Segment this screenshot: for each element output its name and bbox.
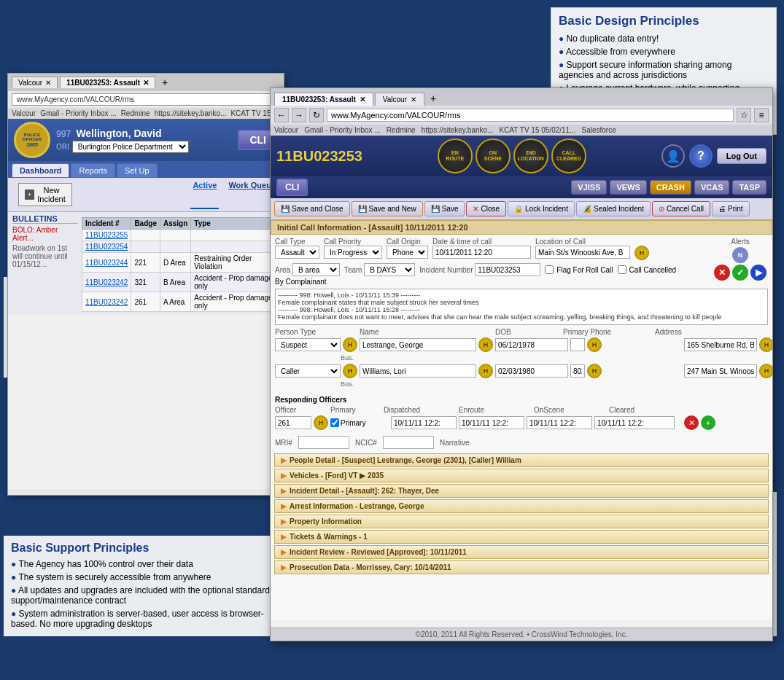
back-tab-incident-close-icon[interactable]: ✕: [143, 79, 149, 87]
person2-name-input[interactable]: [360, 364, 476, 378]
officer-delete-button[interactable]: ✕: [684, 415, 699, 430]
back-tab-close-icon[interactable]: ✕: [45, 79, 51, 87]
person2-type-select[interactable]: Caller: [275, 364, 341, 378]
back-nav-dashboard[interactable]: Dashboard: [12, 163, 69, 178]
lock-incident-button[interactable]: 🔒 Lock Incident: [508, 201, 575, 216]
table-row[interactable]: 11BU023242 261 A Area Accident - Prop da…: [82, 292, 279, 312]
incident-num-field[interactable]: [475, 263, 540, 276]
back-new-incident-button[interactable]: + NewIncident: [18, 183, 72, 206]
front-new-tab-button[interactable]: +: [426, 91, 440, 106]
front-bm-valcour[interactable]: Valcour: [274, 126, 298, 134]
officer-add-button[interactable]: +: [701, 415, 715, 430]
person1-name-h-button[interactable]: H: [478, 337, 493, 352]
person1-phone-input[interactable]: [570, 338, 585, 351]
team-select[interactable]: B DAYS: [364, 263, 415, 276]
vcas-button[interactable]: VCAS: [694, 180, 730, 195]
en-route-button[interactable]: ENROUTE: [438, 138, 473, 173]
close-button[interactable]: ✕ Close: [466, 201, 506, 216]
back-nav-button[interactable]: ←: [274, 108, 289, 122]
officer-cleared-input[interactable]: [594, 416, 675, 429]
bm-redmine-back[interactable]: Redmine: [121, 109, 150, 117]
alert-red-button[interactable]: ✕: [714, 265, 730, 281]
collapsible-header-3[interactable]: ▶ Arrest Information - Lestrange, George: [275, 500, 768, 512]
help-button[interactable]: ?: [689, 144, 713, 168]
person1-phone-h-button[interactable]: H: [587, 337, 602, 352]
table-row[interactable]: 11BU023244 221 D Area Restraining Order …: [82, 253, 279, 273]
collapsible-header-7[interactable]: ▶ Prosecution Data - Morrissey, Cary: 10…: [275, 561, 768, 574]
back-nav-reports[interactable]: Reports: [71, 163, 115, 178]
call-origin-select[interactable]: Phone: [387, 246, 428, 259]
alert-blue-button[interactable]: ▶: [750, 265, 766, 281]
person1-type-select[interactable]: Suspect: [275, 338, 341, 351]
vjiss-button[interactable]: VJISS: [571, 180, 607, 195]
2nd-location-button[interactable]: 2NDLOCATION: [513, 138, 548, 173]
officer-enroute-input[interactable]: [459, 416, 524, 429]
person1-address-h-button[interactable]: H: [759, 337, 772, 352]
on-scene-button[interactable]: ONSCENE: [476, 138, 511, 173]
table-row[interactable]: 11BU023242 321 B Area Accident - Prop da…: [82, 273, 279, 292]
sealed-incident-button[interactable]: 🔏 Sealed Incident: [576, 201, 651, 216]
table-row[interactable]: 11BU023255: [82, 230, 279, 241]
person2-name-h-button[interactable]: H: [478, 364, 493, 378]
table-row[interactable]: 11BU023254: [82, 241, 279, 253]
bm-gmail-back[interactable]: Gmail - Priority Inbox ...: [40, 109, 116, 117]
bm-valcour-back[interactable]: Valcour: [12, 109, 36, 117]
back-nav-setup[interactable]: Set Up: [117, 163, 158, 178]
officer-h-button[interactable]: H: [314, 415, 328, 430]
person1-address-input[interactable]: [684, 338, 757, 351]
front-tab-incident-close[interactable]: ✕: [360, 95, 365, 103]
cancel-call-button[interactable]: ⊘ Cancel Call: [652, 201, 710, 216]
forward-nav-button[interactable]: →: [292, 108, 306, 122]
save-button[interactable]: 💾 Save: [424, 201, 465, 216]
save-new-button[interactable]: 💾 Save and New: [352, 201, 423, 216]
mri-input[interactable]: [298, 436, 349, 449]
person2-phone-h-button[interactable]: H: [587, 364, 602, 378]
front-bm-gmail[interactable]: Gmail - Priority Inbox ...: [304, 126, 380, 134]
alert-green-button[interactable]: ✓: [732, 265, 748, 281]
person2-address-input[interactable]: [684, 364, 757, 378]
vews-button[interactable]: VEWS: [610, 180, 646, 195]
back-tab-valcour[interactable]: Valcour ✕: [12, 77, 58, 88]
location-h-button[interactable]: H: [634, 246, 649, 260]
person1-h-button[interactable]: H: [343, 337, 357, 352]
person2-phone-input[interactable]: [570, 364, 585, 378]
front-bm-redmine[interactable]: Redmine: [387, 126, 416, 134]
back-tab-incident[interactable]: 11BU023253: Assault ✕: [60, 77, 155, 88]
person2-address-h-button[interactable]: H: [759, 364, 772, 378]
officer-num-input[interactable]: [275, 416, 311, 429]
back-address-bar[interactable]: www.MyAgency.com/VALCOUR/rms: [12, 93, 280, 106]
call-cleared-button[interactable]: CALLCLEARED: [551, 138, 586, 173]
front-bm-salesforce[interactable]: Salesforce: [582, 126, 616, 134]
new-tab-button[interactable]: +: [158, 75, 172, 90]
crash-button[interactable]: CRASH: [650, 180, 691, 195]
flag-roll-checkbox[interactable]: [545, 265, 554, 274]
print-button[interactable]: 🖨 Print: [712, 201, 750, 216]
front-tab-incident[interactable]: 11BU023253: Assault ✕: [274, 93, 373, 106]
person2-dob-input[interactable]: [495, 364, 568, 378]
date-time-input[interactable]: [432, 246, 531, 259]
front-bm-sitekey[interactable]: https://sitekey.banko...: [422, 126, 494, 134]
front-tab-valcour-close[interactable]: ✕: [411, 95, 416, 103]
front-bm-kcat[interactable]: KCAT TV 15 05/02/11...: [499, 126, 575, 134]
person2-h-button[interactable]: H: [343, 364, 357, 378]
bm-sitekey-back[interactable]: https://sitekey.banko...: [155, 109, 227, 117]
person1-dob-input[interactable]: [495, 338, 568, 351]
person-icon-button[interactable]: 👤: [661, 144, 685, 168]
front-address-input[interactable]: [327, 109, 734, 122]
call-priority-select[interactable]: In Progress: [324, 246, 382, 259]
collapsible-header-4[interactable]: ▶ Property Information: [275, 515, 768, 528]
front-tab-valcour[interactable]: Valcour ✕: [375, 93, 424, 106]
call-cancelled-checkbox[interactable]: [618, 265, 626, 274]
area-select[interactable]: B area: [292, 263, 340, 276]
back-subtab-active[interactable]: Active: [190, 180, 219, 209]
cli-button[interactable]: CLI: [276, 179, 308, 196]
settings-icon[interactable]: ≡: [754, 108, 769, 122]
call-type-select[interactable]: Assault: [275, 246, 319, 259]
collapsible-header-5[interactable]: ▶ Tickets & Warnings - 1: [275, 531, 768, 543]
location-input[interactable]: [535, 246, 630, 259]
collapsible-header-1[interactable]: ▶ Vehicles - [Ford] VT ▶ 2035: [275, 469, 768, 482]
officer-primary-checkbox[interactable]: [330, 418, 339, 427]
officer-dispatched-input[interactable]: [391, 416, 457, 429]
collapsible-header-6[interactable]: ▶ Incident Review - Reviewed [Approved]:…: [275, 546, 768, 558]
ncic-input[interactable]: [383, 436, 434, 449]
